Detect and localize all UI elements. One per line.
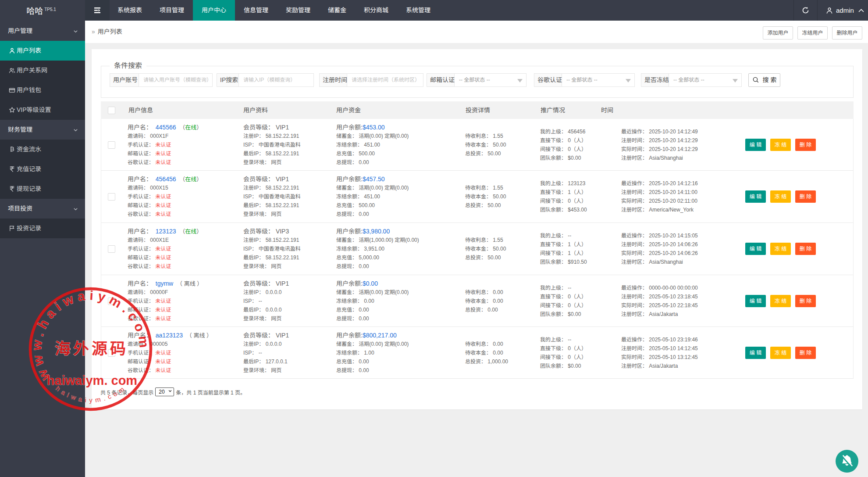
svg-text:haiwaiym. com: haiwaiym. com xyxy=(47,373,137,387)
svg-text:海外源码: 海外源码 xyxy=(55,336,128,359)
